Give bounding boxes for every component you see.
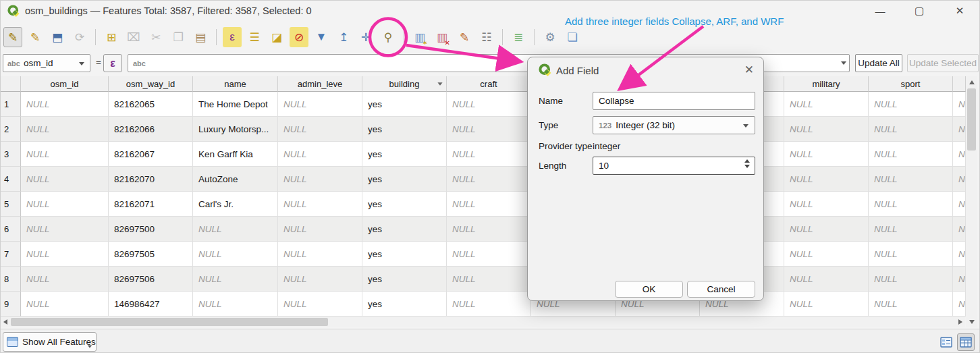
add-feature-button[interactable]: ⊞ (102, 27, 121, 47)
expression-builder-button[interactable]: ε (103, 54, 122, 72)
table-cell[interactable]: yes (362, 292, 447, 317)
table-cell[interactable]: NULL (21, 267, 109, 292)
table-cell[interactable]: 82162070 (109, 167, 193, 192)
table-cell[interactable]: yes (362, 167, 447, 192)
row-number[interactable]: 4 (1, 167, 21, 192)
column-header-osm_id[interactable]: osm_id (21, 76, 109, 92)
table-cell[interactable]: NULL (869, 217, 953, 242)
table-cell[interactable]: NULL (278, 142, 362, 167)
table-cell[interactable]: yes (362, 217, 447, 242)
edit-fields-button[interactable]: ✎ (455, 27, 474, 47)
table-cell[interactable]: NULL (784, 267, 869, 292)
update-all-button[interactable]: Update All (855, 54, 902, 72)
move-selection-to-top-button[interactable]: ↥ (334, 27, 353, 47)
table-cell[interactable]: AutoZone (193, 167, 278, 192)
invert-selection-button[interactable]: ◪ (267, 27, 286, 47)
table-cell[interactable]: yes (362, 92, 447, 117)
toggle-editing-button[interactable]: ✎ (3, 27, 22, 47)
table-cell[interactable]: NULL (21, 142, 109, 167)
row-number[interactable]: 1 (1, 92, 21, 117)
row-number[interactable]: 8 (1, 267, 21, 292)
table-cell[interactable]: NULL (21, 92, 109, 117)
table-cell[interactable]: NULL (278, 292, 362, 317)
table-cell[interactable]: NULL (953, 217, 966, 242)
column-header[interactable] (953, 76, 966, 92)
table-cell[interactable]: NULL (278, 92, 362, 117)
table-cell[interactable]: 82162067 (109, 142, 193, 167)
column-header-osm_way_id[interactable]: osm_way_id (109, 76, 193, 92)
column-header[interactable] (1, 76, 21, 92)
column-header-military[interactable]: military (784, 76, 869, 92)
table-cell[interactable]: NULL (193, 267, 278, 292)
table-cell[interactable]: The Home Depot (193, 92, 278, 117)
field-selector-combo[interactable]: abc osm_id (3, 54, 90, 72)
save-edits-button[interactable]: ⬒ (48, 27, 67, 47)
table-cell[interactable]: NULL (447, 142, 531, 167)
table-cell[interactable]: NULL (869, 292, 953, 317)
table-cell[interactable]: NULL (447, 192, 531, 217)
table-cell[interactable]: yes (362, 267, 447, 292)
table-hscrollbar[interactable] (1, 317, 965, 327)
table-cell[interactable]: NULL (278, 217, 362, 242)
spinner-arrows-icon[interactable] (742, 159, 753, 168)
select-all-button[interactable]: ☰ (245, 27, 264, 47)
table-cell[interactable]: yes (362, 242, 447, 267)
table-cell[interactable]: NULL (869, 242, 953, 267)
table-cell[interactable]: NULL (784, 292, 869, 317)
actions-button[interactable]: ⚙ (541, 27, 560, 47)
table-cell[interactable]: 82697500 (109, 217, 193, 242)
row-number[interactable]: 3 (1, 142, 21, 167)
table-cell[interactable]: NULL (869, 117, 953, 142)
table-cell[interactable]: NULL (447, 167, 531, 192)
table-cell[interactable]: NULL (278, 167, 362, 192)
table-cell[interactable]: NULL (869, 142, 953, 167)
table-cell[interactable]: NULL (447, 117, 531, 142)
table-cell[interactable]: NULL (953, 192, 966, 217)
scroll-up-icon[interactable] (969, 80, 975, 84)
type-combo[interactable]: 123 Integer (32 bit) (593, 116, 755, 134)
dialog-close-icon[interactable]: ✕ (744, 63, 754, 77)
scroll-down-icon[interactable] (969, 320, 975, 324)
maximize-button[interactable]: ▢ (904, 1, 935, 21)
table-cell[interactable]: NULL (784, 217, 869, 242)
table-cell[interactable]: NULL (869, 192, 953, 217)
table-cell[interactable]: NULL (278, 242, 362, 267)
ok-button[interactable]: OK (615, 281, 683, 298)
table-cell[interactable]: NULL (21, 217, 109, 242)
deselect-all-button[interactable]: ⊘ (290, 27, 308, 47)
table-cell[interactable]: 82162065 (109, 92, 193, 117)
column-header-name[interactable]: name (193, 76, 278, 92)
length-spinbox[interactable]: 10 (593, 157, 755, 175)
table-cell[interactable]: NULL (193, 217, 278, 242)
table-cell[interactable]: NULL (21, 292, 109, 317)
table-cell[interactable]: NULL (447, 217, 531, 242)
table-cell[interactable]: 82162066 (109, 117, 193, 142)
select-by-expression-button[interactable]: ε (223, 27, 242, 47)
table-cell[interactable]: NULL (953, 292, 966, 317)
table-cell[interactable]: 82697506 (109, 267, 193, 292)
dock-attribute-table-button[interactable]: ❏ (563, 27, 582, 47)
table-cell[interactable]: NULL (193, 242, 278, 267)
table-cell[interactable]: Ken Garff Kia (193, 142, 278, 167)
row-number[interactable]: 2 (1, 117, 21, 142)
table-cell[interactable]: NULL (953, 142, 966, 167)
table-cell[interactable]: NULL (953, 92, 966, 117)
hscroll-thumb[interactable] (11, 318, 328, 326)
zoom-to-selected-button[interactable]: ⚲ (379, 27, 398, 47)
table-cell[interactable]: NULL (447, 267, 531, 292)
table-cell[interactable]: Carl's Jr. (193, 192, 278, 217)
paste-button[interactable]: ▤ (191, 27, 210, 47)
column-header-building[interactable]: building (362, 76, 447, 92)
column-header-craft[interactable]: craft (447, 76, 531, 92)
column-header-admin_leve[interactable]: admin_leve (278, 76, 362, 92)
table-cell[interactable]: yes (362, 117, 447, 142)
table-cell[interactable]: 146986427 (109, 292, 193, 317)
table-cell[interactable]: NULL (784, 142, 869, 167)
table-cell[interactable]: 82697505 (109, 242, 193, 267)
table-view-button[interactable] (957, 333, 975, 351)
field-calculator-button[interactable]: ☷ (477, 27, 496, 47)
table-cell[interactable]: NULL (278, 117, 362, 142)
table-cell[interactable]: NULL (21, 167, 109, 192)
filter-features-button[interactable]: ▼ (312, 27, 331, 47)
table-cell[interactable]: yes (362, 192, 447, 217)
